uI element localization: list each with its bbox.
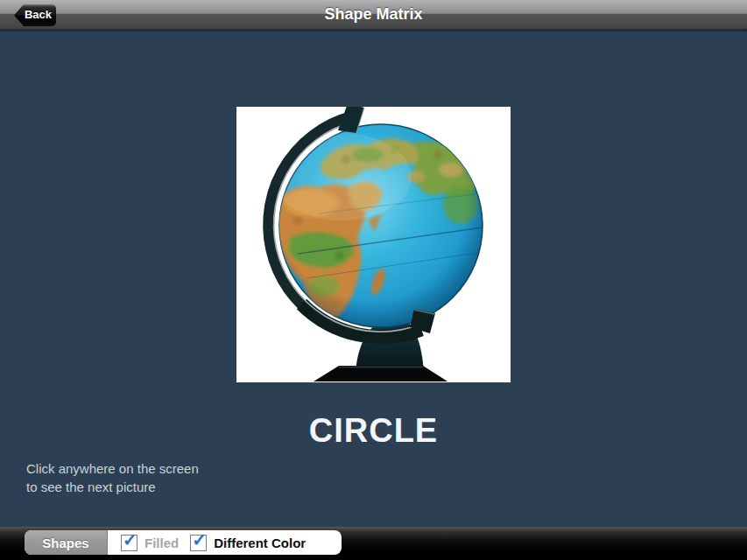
filled-checkbox[interactable]: ✓ Filled (121, 535, 179, 551)
different-color-checkbox[interactable]: ✓ Different Color (190, 535, 306, 551)
bottom-toolbar: Shapes ✓ Filled ✓ Different Color (0, 527, 747, 560)
page-title: Shape Matrix (0, 0, 747, 29)
navigation-bar: Shape Matrix Back (0, 0, 747, 32)
instruction-line-2: to see the next picture (26, 478, 199, 496)
checkmark-icon: ✓ (123, 531, 137, 549)
app-screen[interactable]: Shape Matrix Back (0, 0, 747, 560)
different-color-checkbox-label: Different Color (214, 536, 306, 550)
shape-name-label: CIRCLE (0, 412, 747, 450)
globe-illustration (236, 107, 511, 382)
instruction-line-1: Click anywhere on the screen (26, 459, 199, 478)
different-color-checkbox-box[interactable]: ✓ (190, 535, 207, 551)
instruction-text: Click anywhere on the screen to see the … (26, 459, 199, 496)
checkmark-icon: ✓ (192, 531, 207, 549)
shapes-button[interactable]: Shapes (25, 530, 108, 555)
filled-checkbox-label: Filled (144, 536, 179, 550)
options-control-group: Shapes ✓ Filled ✓ Different Color (25, 530, 342, 555)
shape-photo[interactable] (236, 107, 511, 382)
filled-checkbox-box[interactable]: ✓ (121, 535, 137, 551)
